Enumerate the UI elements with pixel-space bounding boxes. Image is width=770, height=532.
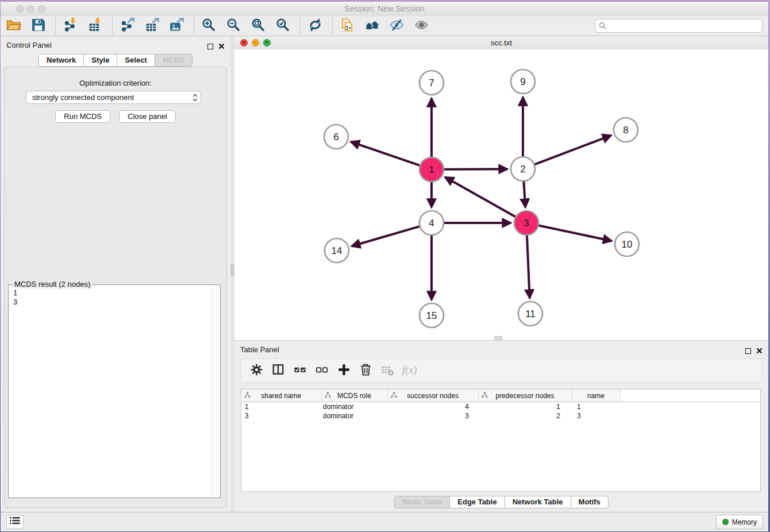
export-table-button[interactable] <box>143 17 160 34</box>
table-cell[interactable]: 1 <box>478 402 572 412</box>
export-network-button[interactable] <box>118 17 136 34</box>
show-all-icon <box>414 17 429 35</box>
memory-button[interactable]: Memory <box>716 515 763 529</box>
toolbar-separator <box>55 18 56 34</box>
zoom-in-button[interactable] <box>200 17 217 34</box>
graph-edge-2-8[interactable] <box>535 136 611 165</box>
graph-edge-1-6[interactable] <box>351 142 420 165</box>
table-cell[interactable]: 4 <box>387 402 478 412</box>
show-columns-button[interactable] <box>270 363 286 379</box>
clone-current-network-button[interactable] <box>338 17 356 34</box>
zoom-out-button[interactable] <box>225 17 242 34</box>
network-canvas[interactable]: 7968124314101511 <box>234 49 768 340</box>
apply-preferred-layout-icon <box>307 17 323 35</box>
zoom-out-icon <box>226 17 241 35</box>
tab-node-table[interactable]: Node Table <box>394 496 450 508</box>
table-cell[interactable]: 3 <box>572 411 620 421</box>
first-neighbors-of-selected-icon <box>364 17 380 35</box>
save-session-button[interactable] <box>29 17 47 34</box>
close-panel-icon[interactable] <box>218 41 225 52</box>
table-cell[interactable]: 1 <box>572 402 620 412</box>
table-cell[interactable]: 3 <box>241 411 321 421</box>
column-header-shared-name[interactable]: shared name <box>241 390 321 402</box>
float-table-panel-icon[interactable] <box>745 348 751 354</box>
export-image-button[interactable] <box>168 17 185 34</box>
hide-selected-icon <box>389 17 405 35</box>
control-panel-title: Control Panel <box>6 41 52 49</box>
select-all-rows-button[interactable] <box>292 363 308 379</box>
task-history-button[interactable] <box>6 515 24 529</box>
show-all-button[interactable] <box>413 17 430 34</box>
run-mcds-button[interactable]: Run MCDS <box>55 110 110 123</box>
tab-mcds[interactable]: MCDS <box>155 54 192 67</box>
graph-edge-1-2[interactable] <box>444 169 507 169</box>
table-cell[interactable]: 3 <box>387 411 478 421</box>
import-table-from-file-button[interactable] <box>86 17 103 34</box>
result-line: 3 <box>13 298 211 307</box>
column-header-name[interactable]: name <box>572 390 620 402</box>
add-column-icon <box>336 362 352 380</box>
apply-preferred-layout-button[interactable] <box>306 17 324 34</box>
graph-edge-3-1[interactable] <box>445 177 515 217</box>
row-filler <box>620 402 760 412</box>
table-row[interactable]: 1dominator411 <box>241 402 760 412</box>
graph-edge-2-3[interactable] <box>523 182 525 207</box>
optimization-criterion-select[interactable]: strongly connected component <box>26 91 201 104</box>
close-table-panel-icon[interactable] <box>756 346 763 356</box>
open-session-icon <box>6 17 21 35</box>
table-cell[interactable]: 2 <box>478 411 572 421</box>
mcds-result-box[interactable]: MCDS result (2 nodes) 13 <box>8 284 221 498</box>
graph-node-label: 4 <box>429 218 434 229</box>
tab-style[interactable]: Style <box>83 54 117 67</box>
tab-motifs[interactable]: Motifs <box>571 496 609 508</box>
tab-network-table[interactable]: Network Table <box>505 496 571 508</box>
table-cell[interactable]: dominator <box>321 411 387 421</box>
hide-selected-button[interactable] <box>388 17 405 34</box>
table-cell[interactable]: dominator <box>321 402 387 412</box>
column-header-predecessor-nodes[interactable]: predecessor nodes <box>478 390 572 402</box>
search-input[interactable] <box>610 20 759 32</box>
mcds-panel: Optimization criterion: strongly connect… <box>4 67 227 508</box>
tab-network[interactable]: Network <box>38 54 84 67</box>
zoom-fit-content-icon <box>251 17 266 35</box>
delete-columns-button[interactable] <box>357 363 374 379</box>
graph-node-label: 11 <box>525 309 536 319</box>
table-cell[interactable]: 1 <box>241 402 321 412</box>
tab-select[interactable]: Select <box>117 54 155 67</box>
column-header-successor-nodes[interactable]: successor nodes <box>387 390 478 402</box>
table-row[interactable]: 3dominator323 <box>241 411 760 421</box>
search-box[interactable] <box>595 19 763 33</box>
zoom-fit-content-button[interactable] <box>249 17 267 34</box>
control-panel: Control Panel NetworkStyleSelectMCDS Opt… <box>1 36 230 512</box>
vertical-splitter[interactable] <box>230 36 234 512</box>
column-header-mcds-role[interactable]: MCDS role <box>321 390 387 402</box>
graph-edge-3-10[interactable] <box>539 226 612 241</box>
close-panel-button[interactable]: Close panel <box>119 110 176 123</box>
graph-node-label: 9 <box>520 76 525 87</box>
toolbar-separator <box>194 18 194 34</box>
graph-edge-3-11[interactable] <box>527 236 530 298</box>
splitter-grip[interactable] <box>231 264 234 276</box>
float-panel-icon[interactable] <box>207 44 213 49</box>
deselect-all-rows-button[interactable] <box>314 363 330 379</box>
first-neighbors-of-selected-button[interactable] <box>363 17 380 34</box>
tab-edge-table[interactable]: Edge Table <box>449 496 505 508</box>
settings-button[interactable] <box>248 363 264 379</box>
network-view-title: scc.txt <box>234 38 768 47</box>
graph-edge-4-14[interactable] <box>352 226 419 246</box>
zoom-selected-icon <box>275 17 291 35</box>
network-view-window: ✕ − + scc.txt 7968124314101511 <box>234 36 768 340</box>
open-session-button[interactable] <box>5 17 22 34</box>
add-column-button[interactable] <box>336 363 352 379</box>
row-filler <box>620 411 760 421</box>
column-type-icon <box>325 392 331 400</box>
graph-node-label: 1 <box>429 164 434 175</box>
import-network-from-file-button[interactable] <box>61 17 79 34</box>
result-scrollbar[interactable] <box>211 286 219 496</box>
svg-text:f(x): f(x) <box>402 364 416 376</box>
zoom-selected-button[interactable] <box>274 17 291 34</box>
network-view-titlebar: ✕ − + scc.txt <box>234 36 768 50</box>
function-builder-icon: f(x) <box>402 362 417 380</box>
import-table-from-file-icon <box>87 17 103 35</box>
canvas-splitter-grip[interactable] <box>494 336 502 340</box>
